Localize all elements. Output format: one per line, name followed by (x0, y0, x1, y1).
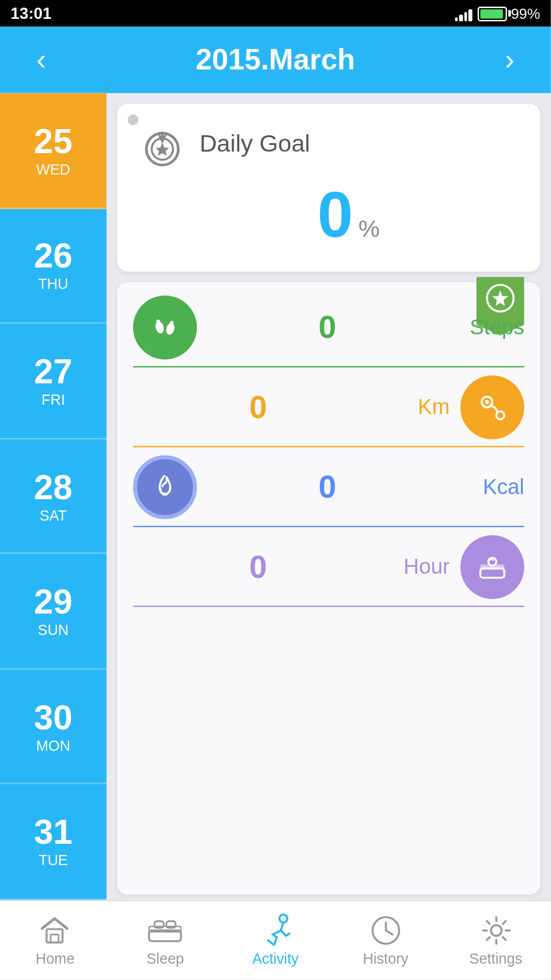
calendar-day-28[interactable]: 28 SAT (0, 439, 107, 554)
status-bar: 13:01 99% (0, 0, 551, 27)
battery-indicator: 99% (478, 5, 540, 21)
hour-row: 0 Hour (133, 535, 524, 607)
steps-label: Steps (458, 315, 524, 339)
cal-day-name: SAT (39, 506, 67, 522)
svg-marker-2 (156, 142, 169, 156)
activity-icon (257, 915, 294, 947)
svg-point-10 (485, 400, 489, 404)
cal-day-num: 30 (34, 700, 72, 734)
calendar-sidebar: 25 WED 26 THU 27 FRI 28 SAT 29 SUN 30 MO… (0, 93, 107, 900)
nav-item-activity[interactable]: Activity (220, 901, 331, 980)
nav-label-history: History (363, 950, 408, 966)
calendar-day-26[interactable]: 26 THU (0, 208, 107, 324)
goal-unit: % (358, 215, 380, 243)
status-right: 99% (455, 5, 540, 21)
cal-day-name: WED (36, 161, 70, 177)
cal-day-num: 29 (34, 584, 72, 619)
card-dot (128, 114, 138, 125)
nav-item-home[interactable]: Home (0, 901, 110, 980)
nav-item-settings[interactable]: Settings (441, 901, 551, 980)
main-content: 25 WED 26 THU 27 FRI 28 SAT 29 SUN 30 MO… (0, 93, 551, 900)
calendar-day-30[interactable]: 30 MON (0, 670, 107, 785)
hour-icon (460, 535, 524, 599)
steps-value: 0 (318, 309, 336, 346)
next-month-button[interactable]: › (490, 42, 530, 77)
calendar-day-27[interactable]: 27 FRI (0, 324, 107, 439)
nav-label-settings: Settings (469, 950, 522, 966)
main-panel: Daily Goal 0 % (107, 93, 551, 900)
settings-icon (477, 915, 514, 947)
signal-icon (455, 5, 472, 21)
bottom-nav: Home Sleep Activity History (0, 900, 551, 979)
steps-value-container: 0 (197, 309, 458, 346)
goal-value: 0 (317, 184, 353, 248)
nav-item-history[interactable]: History (331, 901, 441, 980)
kcal-label: Kcal (458, 475, 524, 499)
nav-label-home: Home (36, 950, 75, 966)
km-row: 0 Km (133, 375, 524, 447)
battery-icon (478, 6, 507, 21)
cal-day-name: SUN (38, 622, 69, 638)
prev-month-button[interactable]: ‹ (21, 42, 61, 77)
status-time: 13:01 (11, 4, 52, 23)
medal-icon (138, 120, 186, 168)
cal-day-name: THU (38, 276, 68, 292)
steps-icon (133, 296, 197, 359)
kcal-value: 0 (318, 469, 336, 506)
sleep-icon (146, 915, 184, 947)
cal-day-name: TUE (39, 852, 68, 868)
calendar-day-25[interactable]: 25 WED (0, 93, 107, 209)
home-icon (36, 915, 73, 947)
hour-label: Hour (383, 555, 449, 579)
calendar-day-31[interactable]: 31 TUE (0, 785, 107, 900)
svg-rect-15 (47, 929, 63, 942)
goal-value-row: 0 % (138, 178, 519, 253)
svg-rect-12 (480, 569, 504, 578)
svg-rect-16 (51, 935, 59, 943)
km-value: 0 (249, 389, 267, 426)
svg-point-21 (280, 915, 288, 923)
nav-label-sleep: Sleep (146, 950, 184, 966)
kcal-value-container: 0 (197, 469, 458, 506)
nav-item-sleep[interactable]: Sleep (110, 901, 220, 980)
daily-goal-title: Daily Goal (199, 130, 310, 158)
kcal-row: 0 Kcal (133, 455, 524, 527)
calendar-day-29[interactable]: 29 SUN (0, 554, 107, 670)
cal-day-name: FRI (41, 391, 65, 407)
cal-day-num: 28 (34, 469, 72, 504)
km-icon (460, 375, 524, 439)
battery-percent: 99% (511, 5, 540, 21)
km-value-container: 0 (133, 389, 383, 426)
stats-card: 0 Steps 0 Km (117, 282, 540, 895)
cal-day-name: MON (36, 737, 70, 753)
kcal-icon (133, 455, 197, 519)
hour-value-container: 0 (133, 548, 383, 585)
daily-goal-card: Daily Goal 0 % (117, 104, 540, 272)
history-icon (367, 915, 404, 947)
cal-day-num: 26 (34, 239, 72, 274)
goal-header: Daily Goal (138, 120, 519, 168)
month-title: 2015.March (196, 42, 356, 77)
steps-row: 0 Steps (133, 296, 524, 368)
km-label: Km (383, 396, 449, 420)
nav-label-activity: Activity (252, 950, 298, 966)
cal-day-num: 31 (34, 815, 72, 850)
cal-day-num: 27 (34, 354, 72, 389)
hour-value: 0 (249, 548, 267, 585)
svg-point-23 (490, 925, 501, 936)
cal-day-num: 25 (34, 124, 72, 158)
header: ‹ 2015.March › (0, 27, 551, 93)
